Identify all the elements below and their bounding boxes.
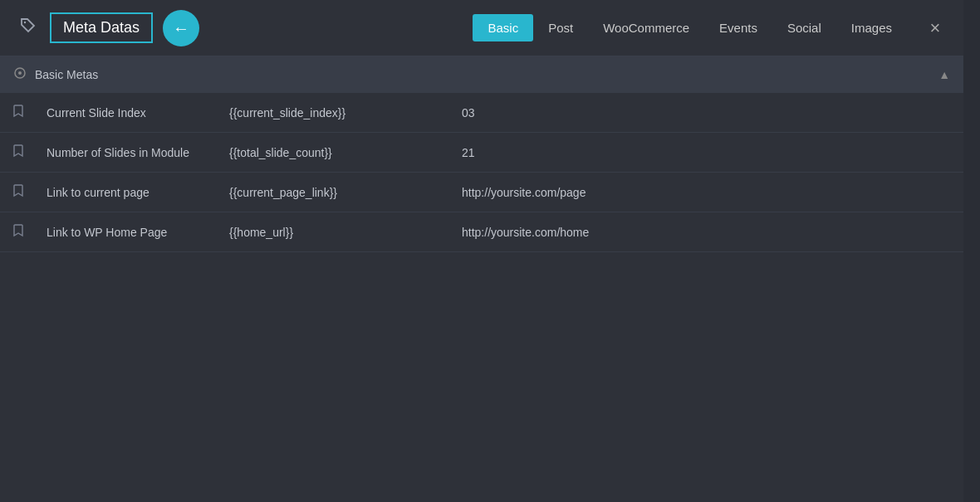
row-name: Number of Slides in Module bbox=[47, 146, 229, 159]
table-row[interactable]: Link to current page {{current_page_link… bbox=[0, 173, 963, 212]
bookmark-icon bbox=[13, 105, 30, 120]
table-row[interactable]: Current Slide Index {{current_slide_inde… bbox=[0, 93, 963, 133]
tab-images[interactable]: Images bbox=[836, 14, 907, 41]
bookmark-icon bbox=[13, 144, 30, 160]
tab-basic[interactable]: Basic bbox=[473, 14, 533, 41]
main-panel: Meta Datas ← BasicPostWooCommerceEventsS… bbox=[0, 0, 963, 502]
section-title: Basic Metas bbox=[35, 68, 938, 81]
section-header: Basic Metas ▲ bbox=[0, 56, 963, 93]
svg-point-2 bbox=[18, 71, 22, 75]
row-value: 03 bbox=[462, 106, 950, 119]
table-row[interactable]: Number of Slides in Module {{total_slide… bbox=[0, 133, 963, 173]
section-icon bbox=[13, 66, 27, 83]
header: Meta Datas ← BasicPostWooCommerceEventsS… bbox=[0, 0, 963, 56]
svg-point-0 bbox=[24, 22, 26, 23]
bookmark-icon bbox=[13, 224, 30, 240]
tab-events[interactable]: Events bbox=[704, 14, 772, 41]
row-tag: {{total_slide_count}} bbox=[229, 146, 462, 159]
bookmark-icon bbox=[13, 184, 30, 200]
row-tag: {{current_page_link}} bbox=[229, 186, 462, 199]
row-value: http://yoursite.com/home bbox=[462, 226, 950, 239]
row-name: Link to current page bbox=[47, 186, 229, 199]
nav-tabs: BasicPostWooCommerceEventsSocialImages bbox=[473, 14, 907, 41]
tab-woocommerce[interactable]: WooCommerce bbox=[588, 14, 704, 41]
tag-icon bbox=[19, 17, 37, 39]
tag-icon-wrapper bbox=[13, 13, 43, 43]
table-area: Current Slide Index {{current_slide_inde… bbox=[0, 93, 963, 298]
tab-post[interactable]: Post bbox=[533, 14, 588, 41]
row-name: Current Slide Index bbox=[47, 106, 229, 119]
table-row[interactable]: Link to WP Home Page {{home_url}} http:/… bbox=[0, 212, 963, 252]
row-tag: {{current_slide_index}} bbox=[229, 106, 462, 119]
close-icon: × bbox=[930, 17, 941, 39]
row-value: 21 bbox=[462, 146, 950, 159]
row-value: http://yoursite.com/page bbox=[462, 186, 950, 199]
bottom-area bbox=[0, 298, 963, 503]
close-button[interactable]: × bbox=[920, 13, 950, 43]
back-arrow-icon: ← bbox=[173, 20, 189, 37]
tab-social[interactable]: Social bbox=[772, 14, 836, 41]
row-tag: {{home_url}} bbox=[229, 226, 462, 239]
row-name: Link to WP Home Page bbox=[47, 226, 229, 239]
collapse-button[interactable]: ▲ bbox=[938, 68, 950, 81]
header-title: Meta Datas bbox=[63, 19, 140, 36]
title-box: Meta Datas bbox=[50, 12, 153, 43]
back-button[interactable]: ← bbox=[163, 10, 199, 46]
